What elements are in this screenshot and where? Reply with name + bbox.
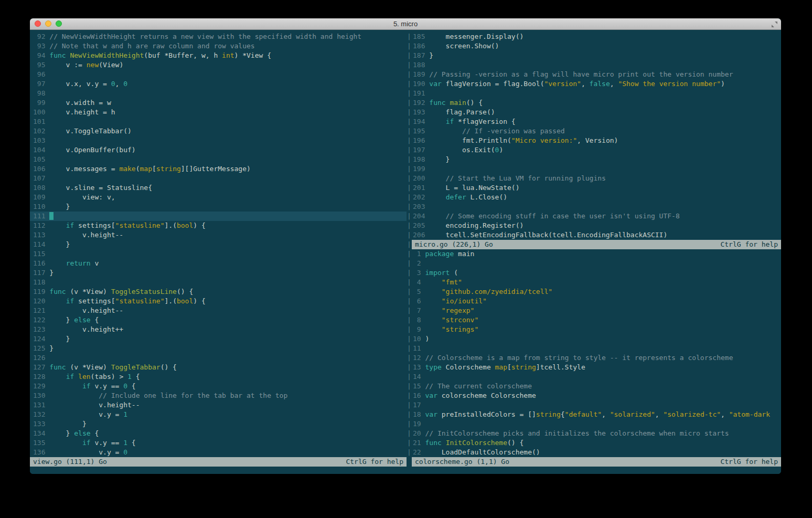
code-row[interactable]: 190 var flagVersion = flag.Bool("version… — [412, 79, 781, 89]
code-row[interactable]: 123 v.height++ — [30, 325, 407, 334]
code-row[interactable]: 101 — [30, 117, 407, 126]
code-row[interactable]: 133 } — [30, 419, 407, 429]
code-row[interactable]: 129 if v.y == 0 { — [30, 382, 407, 391]
code-row[interactable]: 126 — [30, 353, 407, 363]
code-row[interactable]: 118 — [30, 278, 407, 287]
code-row[interactable]: 192 func main() { — [412, 98, 781, 108]
code-row[interactable]: 14 — [412, 372, 781, 382]
code-row[interactable]: 107 — [30, 174, 407, 183]
code-row[interactable]: 125 } — [30, 344, 407, 353]
line-number: 20 — [412, 429, 425, 437]
code-row[interactable]: 10 ) — [412, 334, 781, 344]
code-row[interactable]: 196 fmt.Println("Micro version:", Versio… — [412, 136, 781, 145]
code-row[interactable]: 92 // NewViewWidthHeight returns a new v… — [30, 32, 407, 41]
code-row[interactable]: 109 view: v, — [30, 193, 407, 202]
code-row[interactable]: 131 v.height-- — [30, 400, 407, 410]
code-row[interactable]: 96 — [30, 70, 407, 79]
code-row[interactable]: 134 } else { — [30, 429, 407, 438]
code-row[interactable]: 122 } else { — [30, 315, 407, 325]
code-row[interactable]: 6 "io/ioutil" — [412, 297, 781, 306]
code-row[interactable]: 187 } — [412, 51, 781, 60]
code-row[interactable]: 108 v.sline = Statusline{ — [30, 183, 407, 193]
code-row[interactable]: 20 // InitColorscheme picks and initiali… — [412, 429, 781, 438]
close-button[interactable] — [35, 20, 41, 27]
code-row[interactable]: 112 if settings["statusline"].(bool) { — [30, 221, 407, 230]
code-row[interactable]: 22 LoadDefaultColorscheme() — [412, 448, 781, 457]
code-row[interactable]: 124 } — [30, 334, 407, 344]
code-row[interactable]: 191 — [412, 89, 781, 98]
code-row[interactable]: 110 } — [30, 202, 407, 212]
code-row[interactable]: 185 messenger.Display() — [412, 32, 781, 41]
code-row[interactable]: 136 v.y = 0 — [30, 448, 407, 457]
code-row[interactable]: 15 // The current colorscheme — [412, 382, 781, 391]
code-row[interactable]: 130 // Include one line for the tab bar … — [30, 391, 407, 400]
code-row[interactable]: 94 func NewViewWidthHeight(buf *Buffer, … — [30, 51, 407, 60]
code-row[interactable]: 104 v.OpenBuffer(buf) — [30, 145, 407, 155]
resize-icon[interactable] — [771, 20, 778, 27]
code-row[interactable]: 127 func (v *View) ToggleTabbar() { — [30, 363, 407, 372]
code-row[interactable]: 201 L = lua.NewState() — [412, 183, 781, 193]
code-row[interactable]: 13 type Colorscheme map[string]tcell.Sty… — [412, 363, 781, 372]
code-row[interactable]: 3 import ( — [412, 268, 781, 278]
code-row[interactable]: 98 — [30, 89, 407, 98]
code-row[interactable]: 199 — [412, 164, 781, 174]
code-row[interactable]: 206 tcell.SetEncodingFallback(tcell.Enco… — [412, 230, 781, 240]
code-row[interactable]: 99 v.width = w — [30, 98, 407, 108]
code-row[interactable]: 105 — [30, 155, 407, 164]
code-row[interactable]: 1 package main — [412, 249, 781, 259]
code-row[interactable]: 119 func (v *View) ToggleStatusLine() { — [30, 287, 407, 297]
editor-pane-micro-go[interactable]: 185 messenger.Display()186 screen.Show()… — [412, 32, 781, 240]
code-row[interactable]: 21 func InitColorscheme() { — [412, 438, 781, 448]
code-row[interactable]: 113 v.height-- — [30, 230, 407, 240]
code-row[interactable]: 204 // Some encoding stuff in case the u… — [412, 212, 781, 221]
code-row[interactable]: 128 if len(tabs) > 1 { — [30, 372, 407, 382]
code-row[interactable]: 100 v.height = h — [30, 108, 407, 117]
code-row[interactable]: 5 "github.com/zyedidia/tcell" — [412, 287, 781, 297]
code-row[interactable]: 115 — [30, 249, 407, 259]
zoom-button[interactable] — [56, 20, 62, 27]
code-row[interactable]: 200 // Start the Lua VM for running plug… — [412, 174, 781, 183]
code-row[interactable]: 95 v := new(View) — [30, 60, 407, 70]
window-titlebar[interactable]: 5. micro — [30, 18, 781, 30]
code-row[interactable]: 121 v.height-- — [30, 306, 407, 315]
code-row[interactable]: 12 // Colorscheme is a map from string t… — [412, 353, 781, 363]
code-row[interactable]: 116 return v — [30, 259, 407, 268]
code-row[interactable]: 193 flag.Parse() — [412, 108, 781, 117]
editor-pane-view-go[interactable]: 92 // NewViewWidthHeight returns a new v… — [30, 32, 407, 457]
code-row[interactable]: 4 "fmt" — [412, 278, 781, 287]
code-row[interactable]: 19 — [412, 419, 781, 429]
code-row[interactable]: 9 "strings" — [412, 325, 781, 334]
code-row[interactable]: 7 "regexp" — [412, 306, 781, 315]
editor-pane-colorscheme-go[interactable]: 1 package main 2 3 import ( 4 "fmt" 5 "g… — [412, 249, 781, 457]
code-row[interactable]: 106 v.messages = make(map[string][]Gutte… — [30, 164, 407, 174]
code-row[interactable]: 197 os.Exit(0) — [412, 145, 781, 155]
code-row[interactable]: 17 — [412, 400, 781, 410]
code-row[interactable]: 194 if *flagVersion { — [412, 117, 781, 126]
code-row[interactable]: 2 — [412, 259, 781, 268]
code-row[interactable]: 18 var preInstalledColors = []string{"de… — [412, 410, 781, 419]
code-row[interactable]: 114 } — [30, 240, 407, 249]
code-row[interactable]: 186 screen.Show() — [412, 41, 781, 51]
code-row[interactable]: 120 if settings["statusline"].(bool) { — [30, 297, 407, 306]
minimize-button[interactable] — [45, 20, 51, 27]
code-row[interactable]: 103 — [30, 136, 407, 145]
code-row[interactable]: 202 defer L.Close() — [412, 193, 781, 202]
code-row[interactable]: 117 } — [30, 268, 407, 278]
code-row[interactable]: 195 // If -version was passed — [412, 126, 781, 136]
code-row[interactable]: 111 — [30, 212, 407, 221]
code-row[interactable]: 205 encoding.Register() — [412, 221, 781, 230]
code-row[interactable]: 102 v.ToggleTabbar() — [30, 126, 407, 136]
code-row[interactable]: 16 var colorscheme Colorscheme — [412, 391, 781, 400]
code-row[interactable]: 198 } — [412, 155, 781, 164]
code-row[interactable]: 203 — [412, 202, 781, 212]
split-divider[interactable]: | | | | | | | | | | | | | | | | | | | | … — [407, 32, 412, 457]
code-token: "regexp" — [442, 306, 475, 314]
code-row[interactable]: 97 v.x, v.y = 0, 0 — [30, 79, 407, 89]
code-row[interactable]: 189 // Passing -version as a flag will h… — [412, 70, 781, 79]
code-row[interactable]: 11 — [412, 344, 781, 353]
code-row[interactable]: 132 v.y = 1 — [30, 410, 407, 419]
code-row[interactable]: 135 if v.y == 1 { — [30, 438, 407, 448]
code-row[interactable]: 93 // Note that w and h are raw column a… — [30, 41, 407, 51]
code-row[interactable]: 188 — [412, 60, 781, 70]
code-row[interactable]: 8 "strconv" — [412, 315, 781, 325]
